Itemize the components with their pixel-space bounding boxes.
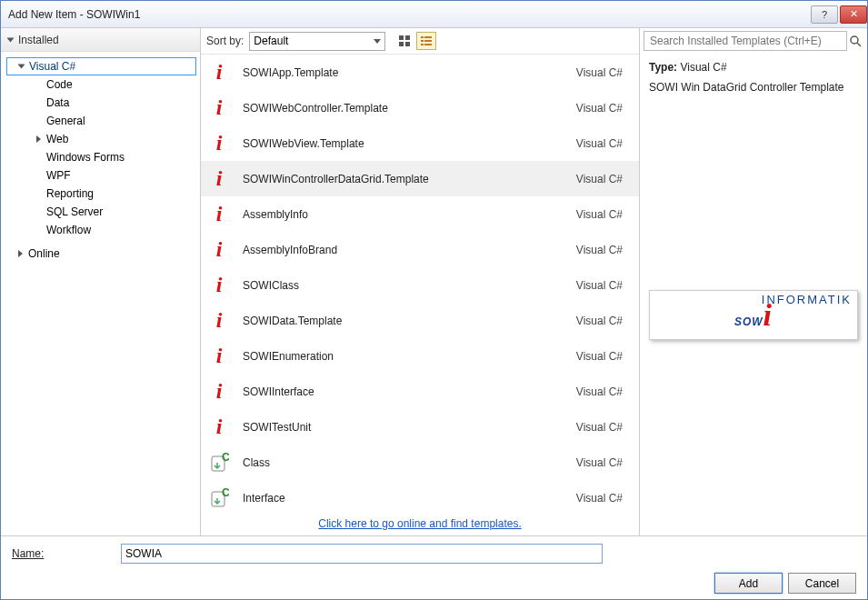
name-row: Name:: [12, 544, 856, 564]
template-lang: Visual C#: [576, 208, 626, 221]
chevron-right-icon: [35, 135, 46, 143]
template-lang: Visual C#: [576, 66, 626, 79]
svg-text:C#: C#: [222, 453, 229, 464]
svg-rect-9: [424, 44, 432, 45]
csharp-file-icon: C#: [206, 488, 232, 508]
template-lang: Visual C#: [576, 385, 626, 398]
search-input-wrapper[interactable]: [644, 31, 847, 51]
template-name: SOWITestUnit: [232, 421, 576, 434]
template-item[interactable]: C#ClassVisual C#: [201, 445, 639, 480]
search-icon[interactable]: [847, 35, 863, 47]
window-title: Add New Item - SOWIWin1: [8, 8, 809, 21]
info-swirl-icon: i: [206, 166, 232, 191]
svg-rect-5: [424, 36, 432, 38]
close-button[interactable]: ✕: [840, 5, 867, 24]
view-list-button[interactable]: [416, 32, 436, 50]
template-item[interactable]: iSOWIWebController.TemplateVisual C#: [201, 90, 639, 125]
sidebar-header-label: Installed: [18, 34, 59, 46]
template-item[interactable]: iSOWIClassVisual C#: [201, 267, 639, 303]
center-toolbar: Sort by: Default: [201, 28, 639, 54]
template-name: SOWIInterface: [232, 385, 576, 398]
right-panel: Type: Visual C# SOWI Win DataGrid Contro…: [640, 28, 867, 535]
template-item[interactable]: iSOWITestUnitVisual C#: [201, 409, 639, 445]
svg-rect-6: [421, 40, 424, 42]
template-name: SOWIWebController.Template: [232, 102, 576, 115]
info-swirl-icon: i: [206, 273, 232, 297]
name-input[interactable]: [121, 544, 603, 564]
template-item[interactable]: iSOWIWebView.TemplateVisual C#: [201, 125, 639, 161]
template-item[interactable]: iSOWIEnumerationVisual C#: [201, 338, 639, 374]
tree-item-online[interactable]: Online: [6, 245, 196, 263]
search-input[interactable]: [648, 34, 843, 48]
chevron-down-icon: [18, 63, 29, 70]
online-templates-link-row: Click here to go online and find templat…: [201, 512, 639, 535]
template-item[interactable]: iSOWIInterfaceVisual C#: [201, 374, 639, 409]
tree: Visual C# Code Data General Web Windows …: [1, 52, 200, 535]
svg-rect-2: [399, 42, 404, 46]
tree-label: General: [46, 115, 85, 127]
titlebar: Add New Item - SOWIWin1 ? ✕: [1, 1, 867, 28]
csharp-file-icon: C#: [206, 453, 232, 473]
tree-item-data[interactable]: Data: [6, 94, 196, 112]
tree-item-workflow[interactable]: Workflow: [6, 221, 196, 239]
svg-line-15: [857, 43, 861, 46]
tree-label: Reporting: [46, 187, 94, 200]
info-swirl-icon: i: [206, 415, 232, 439]
template-lang: Visual C#: [576, 492, 626, 505]
tree-item-sqlserver[interactable]: SQL Server: [6, 203, 196, 221]
template-item[interactable]: C#InterfaceVisual C#: [201, 480, 639, 512]
tree-item-winforms[interactable]: Windows Forms: [6, 148, 196, 166]
add-button[interactable]: Add: [714, 573, 783, 594]
template-item[interactable]: iSOWIWinControllerDataGrid.TemplateVisua…: [201, 161, 639, 196]
template-name: AssemblyInfoBrand: [232, 244, 576, 256]
svg-rect-7: [424, 40, 432, 42]
help-button[interactable]: ?: [811, 5, 838, 24]
sort-label: Sort by:: [206, 35, 244, 47]
details-type-value: Visual C#: [680, 61, 726, 74]
info-swirl-icon: i: [206, 379, 232, 404]
sidebar-header[interactable]: Installed: [1, 28, 200, 52]
list-icon: [420, 35, 433, 47]
info-swirl-icon: i: [206, 60, 232, 85]
titlebar-buttons: ? ✕: [809, 5, 867, 24]
tree-label: WPF: [46, 169, 71, 182]
template-item[interactable]: iSOWIData.TemplateVisual C#: [201, 303, 639, 338]
tree-item-reporting[interactable]: Reporting: [6, 185, 196, 203]
tree-item-general[interactable]: General: [6, 112, 196, 130]
tree-label: Data: [46, 96, 69, 109]
tree-item-wpf[interactable]: WPF: [6, 166, 196, 185]
tree-item-code[interactable]: Code: [6, 75, 196, 94]
online-templates-link[interactable]: Click here to go online and find templat…: [318, 517, 521, 530]
dialog-window: Add New Item - SOWIWin1 ? ✕ Installed Vi…: [0, 0, 868, 600]
tree-item-web[interactable]: Web: [6, 130, 196, 148]
cancel-button[interactable]: Cancel: [788, 573, 856, 594]
sort-dropdown[interactable]: Default: [249, 32, 385, 51]
svg-rect-8: [421, 44, 424, 45]
template-name: SOWIData.Template: [232, 315, 576, 327]
template-lang: Visual C#: [576, 102, 626, 115]
info-swirl-icon: i: [206, 308, 232, 333]
view-grid-button[interactable]: [394, 32, 414, 50]
info-swirl-icon: i: [206, 344, 232, 368]
tree-label: Visual C#: [29, 60, 75, 73]
details-type-row: Type: Visual C#: [649, 61, 858, 74]
template-list[interactable]: iSOWIApp.TemplateVisual C#iSOWIWebContro…: [201, 54, 639, 512]
svg-text:C#: C#: [222, 488, 229, 499]
template-name: SOWIWebView.Template: [232, 137, 576, 150]
sidebar: Installed Visual C# Code Data General We…: [1, 28, 201, 535]
template-name: Class: [232, 456, 576, 469]
info-swirl-icon: i: [206, 237, 232, 262]
template-lang: Visual C#: [576, 279, 626, 292]
logo-tag: INFORMATIK: [762, 293, 852, 306]
tree-label: Code: [46, 78, 73, 91]
svg-rect-1: [405, 35, 410, 40]
template-item[interactable]: iSOWIApp.TemplateVisual C#: [201, 55, 639, 90]
chevron-down-icon: [374, 39, 381, 44]
tree-item-visual-csharp[interactable]: Visual C#: [6, 57, 196, 75]
chevron-right-icon: [17, 250, 28, 257]
svg-point-14: [851, 36, 858, 44]
template-item[interactable]: iAssemblyInfoBrandVisual C#: [201, 232, 639, 267]
template-item[interactable]: iAssemblyInfoVisual C#: [201, 196, 639, 232]
dialog-body: Installed Visual C# Code Data General We…: [1, 28, 867, 535]
name-label: Name:: [12, 547, 121, 560]
